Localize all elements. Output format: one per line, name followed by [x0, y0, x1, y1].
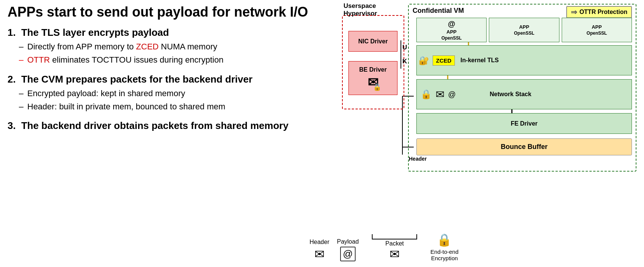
bounce-buffer-box: Bounce Buffer [416, 138, 632, 155]
be-lock-icon: 🔒 [373, 83, 381, 91]
nic-driver-box: NIC Driver [348, 31, 397, 52]
cipher-icon: 🔐 [419, 56, 429, 65]
app-row: @ APP OpenSSL APP OpenSSL APP OpenSSL [416, 18, 632, 42]
legend-at-icon: @ [340, 247, 355, 261]
bracket-line [372, 234, 417, 239]
at-icon-1: @ [448, 20, 455, 28]
nic-driver-label: NIC Driver [358, 38, 388, 45]
be-driver-box: BE Driver ✉ 🔒 [348, 61, 397, 95]
header-text-label: Header [310, 239, 329, 246]
app-cell-1: @ APP OpenSSL [416, 18, 487, 42]
app-cell-3: APP OpenSSL [562, 18, 632, 42]
legend-payload: Payload @ [337, 238, 359, 261]
legend-encryption: 🔒 End-to-end Encryption [430, 233, 458, 261]
cvm-label: Confidential VM [413, 7, 464, 15]
legend-bracket: ✉ @ Packet ✉ [372, 220, 417, 261]
tls-layer: 🔐 ZCED In-kernel TLS [416, 45, 632, 75]
section-2-bullets: – Encrypted payload: kept in shared memo… [19, 87, 317, 113]
legend-lock-icon: 🔒 [437, 233, 452, 247]
userspace-hypervisor-box: Userspace Hypervisor NIC Driver BE Drive… [342, 15, 404, 109]
legend-envelope-icon: ✉ [314, 247, 325, 261]
ottr-badge-label: OTTR Protection [579, 9, 627, 15]
zced-label: ZCED [436, 57, 451, 64]
network-stack-layer: 🔒 ✉ @ Network Stack [416, 79, 632, 109]
ottr-badge: ⇒ OTTR Protection [566, 6, 632, 18]
section-1-bullets: – Directly from APP memory to ZCED NUMA … [19, 40, 317, 66]
main-title: APPs start to send out payload for netwo… [8, 4, 317, 20]
bounce-buffer-label: Bounce Buffer [501, 143, 547, 151]
section-1-heading: 1. The TLS layer encrypts payload [8, 27, 317, 38]
fe-driver-label: FE Driver [511, 120, 538, 127]
legend-header: Header ✉ [310, 239, 329, 261]
diagram-area: Payload Header Userspace Hypervisor NIC … [342, 4, 640, 181]
packet-envelope-icon: ✉ [390, 247, 400, 261]
net-envelope-icon: ✉ [436, 88, 444, 101]
payload-text-label: Payload [337, 238, 359, 245]
app-cell-2: APP OpenSSL [489, 18, 559, 42]
bullet-2-1: – Encrypted payload: kept in shared memo… [19, 87, 317, 100]
ottr-arrow-icon: ⇒ [571, 8, 577, 17]
legend: Header ✉ Payload @ ✉ @ Packet ✉ 🔒 End-to… [310, 220, 566, 261]
section-2-heading: 2. The CVM prepares packets for the back… [8, 74, 317, 85]
bullet-1-2: – OTTR eliminates TOCTTOU issues during … [19, 53, 317, 66]
packet-label: Packet [385, 240, 404, 247]
uk-label: U K [401, 40, 407, 69]
left-panel: APPs start to send out payload for netwo… [8, 4, 317, 133]
network-stack-label: Network Stack [490, 91, 531, 98]
encryption-label: End-to-end Encryption [430, 249, 458, 261]
bullet-2-2: – Header: built in private mem, bounced … [19, 100, 317, 113]
zced-box: ZCED [433, 55, 455, 66]
userspace-label: Userspace Hypervisor [344, 2, 402, 18]
fe-driver-layer: FE Driver [416, 113, 632, 134]
bullet-1-1: – Directly from APP memory to ZCED NUMA … [19, 40, 317, 53]
section-3-heading: 3. The backend driver obtains packets fr… [8, 120, 317, 132]
be-driver-label: BE Driver [359, 66, 387, 73]
in-kernel-tls-label: In-kernel TLS [461, 57, 499, 64]
cvm-box: Confidential VM ⇒ OTTR Protection @ APP … [408, 4, 636, 172]
net-at-icon: @ [448, 90, 456, 99]
net-lock-icon: 🔒 [421, 89, 432, 100]
bracket-top: ✉ @ [378, 220, 411, 234]
